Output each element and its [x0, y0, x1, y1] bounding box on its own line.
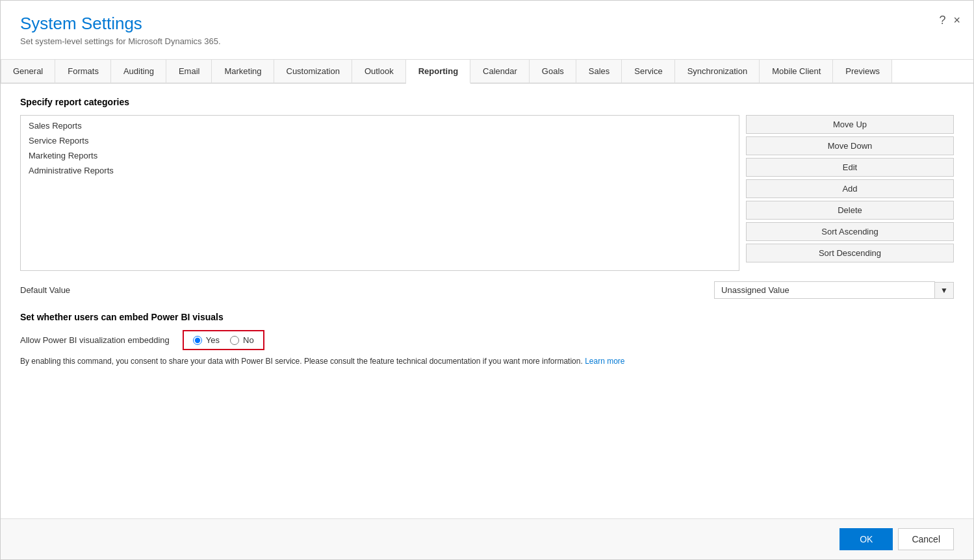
power-bi-radio-group: Yes No [183, 330, 264, 350]
tab-email[interactable]: Email [166, 60, 212, 83]
power-bi-row: Allow Power BI visualization embedding Y… [20, 330, 954, 350]
consent-text-content: By enabling this command, you consent to… [20, 357, 583, 366]
tab-service[interactable]: Service [622, 60, 674, 83]
add-button[interactable]: Add [746, 179, 954, 198]
default-value-select-wrapper: Unassigned ValueSales ReportsService Rep… [714, 281, 954, 299]
report-list[interactable]: Sales ReportsService ReportsMarketing Re… [20, 115, 739, 271]
tab-marketing[interactable]: Marketing [212, 60, 274, 83]
sort-descending-button[interactable]: Sort Descending [746, 244, 954, 262]
list-item[interactable]: Marketing Reports [23, 148, 736, 163]
list-item[interactable]: Administrative Reports [23, 163, 736, 178]
tab-goals[interactable]: Goals [530, 60, 576, 83]
select-arrow-icon: ▼ [935, 282, 954, 299]
radio-yes-option[interactable]: Yes [193, 335, 220, 345]
radio-yes-input[interactable] [193, 336, 202, 345]
radio-no-option[interactable]: No [230, 335, 254, 345]
list-item[interactable]: Service Reports [23, 133, 736, 148]
report-categories-title: Specify report categories [20, 97, 954, 107]
dialog-title: System Settings [20, 14, 954, 34]
move-down-button[interactable]: Move Down [746, 136, 954, 155]
radio-yes-label: Yes [206, 335, 220, 345]
delete-button[interactable]: Delete [746, 201, 954, 220]
help-icon[interactable]: ? [939, 14, 945, 27]
move-up-button[interactable]: Move Up [746, 115, 954, 134]
tab-mobile-client[interactable]: Mobile Client [760, 60, 833, 83]
cancel-button[interactable]: Cancel [898, 528, 954, 550]
power-bi-section: Set whether users can embed Power BI vis… [20, 312, 954, 366]
dialog-subtitle: Set system-level settings for Microsoft … [20, 36, 954, 46]
tab-reporting[interactable]: Reporting [406, 60, 470, 84]
radio-no-input[interactable] [230, 336, 239, 345]
power-bi-row-label: Allow Power BI visualization embedding [20, 335, 170, 345]
tab-previews[interactable]: Previews [833, 60, 892, 83]
tab-auditing[interactable]: Auditing [111, 60, 166, 83]
learn-more-link[interactable]: Learn more [585, 357, 624, 366]
default-value-row: Default Value Unassigned ValueSales Repo… [20, 281, 954, 299]
list-item[interactable]: Sales Reports [23, 118, 736, 133]
radio-no-label: No [243, 335, 254, 345]
tab-general[interactable]: General [1, 60, 55, 83]
power-bi-section-title: Set whether users can embed Power BI vis… [20, 312, 954, 322]
button-stack: Move Up Move Down Edit Add Delete Sort A… [746, 115, 954, 271]
edit-button[interactable]: Edit [746, 158, 954, 177]
sort-ascending-button[interactable]: Sort Ascending [746, 222, 954, 241]
tab-synchronization[interactable]: Synchronization [675, 60, 760, 83]
content-area: Specify report categories Sales ReportsS… [1, 84, 973, 518]
dialog-container: System Settings Set system-level setting… [0, 0, 974, 560]
close-icon[interactable]: × [953, 14, 960, 27]
consent-text: By enabling this command, you consent to… [20, 357, 954, 366]
tab-calendar[interactable]: Calendar [470, 60, 530, 83]
tab-formats[interactable]: Formats [55, 60, 111, 83]
tabs-bar: GeneralFormatsAuditingEmailMarketingCust… [1, 59, 973, 84]
tab-customization[interactable]: Customization [274, 60, 352, 83]
default-value-select[interactable]: Unassigned ValueSales ReportsService Rep… [714, 281, 935, 299]
dialog-controls: ? × [939, 14, 960, 27]
report-categories-container: Sales ReportsService ReportsMarketing Re… [20, 115, 954, 271]
tab-sales[interactable]: Sales [576, 60, 622, 83]
default-value-label: Default Value [20, 285, 98, 295]
dialog-footer: OK Cancel [1, 518, 973, 559]
tab-outlook[interactable]: Outlook [352, 60, 406, 83]
dialog-header: System Settings Set system-level setting… [1, 1, 973, 53]
ok-button[interactable]: OK [839, 528, 893, 550]
